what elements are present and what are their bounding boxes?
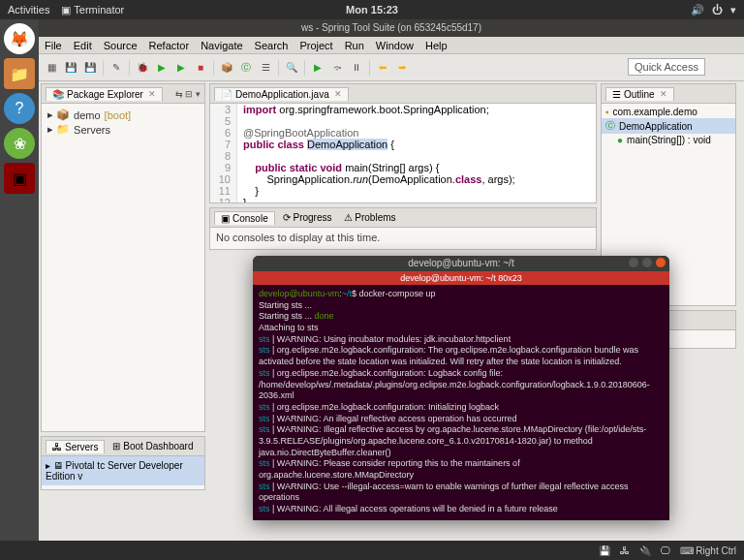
vm-net-icon: 🖧 (620, 545, 630, 556)
volume-icon[interactable]: 🔊 (691, 4, 704, 16)
servers-tab[interactable]: 🖧 Servers (46, 440, 105, 453)
save-icon[interactable]: 💾 (62, 59, 79, 77)
vm-usb-icon: 🔌 (639, 545, 651, 556)
outline-item[interactable]: ●main(String[]) : void (602, 134, 735, 146)
outline-item[interactable]: ⒸDemoApplication (602, 118, 735, 134)
menu-window[interactable]: Window (376, 40, 414, 51)
new-icon[interactable]: ▦ (43, 59, 60, 77)
menu-source[interactable]: Source (104, 40, 138, 51)
dock: 🦊 📁 ? ❀ ▣ (0, 19, 39, 541)
terminal-titlebar[interactable]: develop@ubuntu-vm: ~/t (253, 256, 669, 271)
nav-back-icon[interactable]: ⬅ (374, 59, 391, 77)
close-icon[interactable]: ✕ (148, 89, 156, 99)
clock[interactable]: Mon 15:23 (346, 4, 398, 16)
package-explorer-tab[interactable]: 📚 Package Explorer ✕ (46, 87, 163, 101)
relaunch-icon[interactable]: ▶ (309, 59, 326, 77)
problems-tab[interactable]: ⚠ Problems (340, 212, 400, 223)
saveall-icon[interactable]: 💾 (81, 59, 99, 77)
menu-search[interactable]: Search (255, 40, 289, 51)
app-indicator[interactable]: ▣ Terminator (61, 4, 124, 16)
server-item[interactable]: ▸ 🖥 Pivotal tc Server Developer Edition … (42, 456, 204, 485)
wand-icon[interactable]: ✎ (108, 59, 125, 77)
window-titlebar: ws - Spring Tool Suite (on 653245c55d17) (39, 19, 744, 37)
menu-project[interactable]: Project (299, 40, 332, 51)
pause-icon[interactable]: ⏸ (348, 59, 365, 77)
menu-file[interactable]: File (45, 40, 62, 51)
open-type-icon[interactable]: ☰ (257, 59, 274, 77)
stop-icon[interactable]: ■ (192, 59, 209, 77)
servers-view: 🖧 Servers ⊞ Boot Dashboard ▸ 🖥 Pivotal t… (41, 436, 205, 490)
maximize-icon[interactable] (642, 258, 652, 267)
files-icon[interactable]: 📁 (4, 58, 35, 89)
new-class-icon[interactable]: Ⓒ (237, 59, 255, 77)
tree-item-servers[interactable]: ▸ 📁 Servers (47, 122, 199, 137)
menu-help[interactable]: Help (425, 40, 448, 51)
close-icon[interactable] (656, 258, 666, 267)
outline-tab[interactable]: ☰ Outline ✕ (605, 87, 674, 101)
terminal-window: develop@ubuntu-vm: ~/t develop@ubuntu-vm… (253, 256, 669, 520)
gnome-topbar: Activities ▣ Terminator Mon 15:23 🔊 ⏻ ▾ (0, 0, 744, 19)
spring-icon[interactable]: ❀ (4, 128, 35, 159)
activities-button[interactable]: Activities (8, 4, 49, 16)
new-pkg-icon[interactable]: 📦 (218, 59, 235, 77)
menubar: FileEditSourceRefactorNavigateSearchProj… (39, 37, 744, 54)
tree-item-demo[interactable]: ▸ 📦 demo [boot] (47, 108, 199, 122)
terminal-tab[interactable]: develop@ubuntu-vm: ~/t 80x23 (253, 271, 669, 285)
close-icon[interactable]: ✕ (660, 89, 667, 99)
menu-navigate[interactable]: Navigate (201, 40, 242, 51)
terminator-icon[interactable]: ▣ (4, 163, 35, 194)
menu-edit[interactable]: Edit (74, 40, 92, 51)
terminal-body[interactable]: develop@ubuntu-vm:~/t$ docker-compose up… (253, 285, 669, 520)
vm-display-icon: 🖵 (661, 545, 670, 556)
run-last-icon[interactable]: ▶ (172, 59, 190, 77)
power-icon[interactable]: ⏻ (712, 4, 723, 16)
menu-run[interactable]: Run (345, 40, 364, 51)
search-icon[interactable]: 🔍 (283, 59, 300, 77)
boot-dashboard-tab[interactable]: ⊞ Boot Dashboard (108, 441, 197, 451)
progress-tab[interactable]: ⟳ Progress (279, 212, 336, 223)
quick-access-input[interactable]: Quick Access (628, 58, 705, 76)
help-icon[interactable]: ? (4, 93, 35, 124)
menu-refactor[interactable]: Refactor (149, 40, 190, 51)
package-explorer-view: 📚 Package Explorer ✕ ⇆ ⊟ ▾ ▸ 📦 demo [boo… (41, 83, 205, 432)
close-icon[interactable]: ✕ (334, 89, 342, 99)
skip-icon[interactable]: ⤼ (328, 59, 346, 77)
minimize-icon[interactable] (629, 258, 638, 267)
console-view: ▣ Console ⟳ Progress ⚠ Problems No conso… (209, 207, 597, 250)
vm-disk-icon: 💾 (599, 545, 610, 556)
firefox-icon[interactable]: 🦊 (4, 23, 35, 54)
editor-content[interactable]: 3import org.springframework.boot.SpringA… (210, 104, 596, 202)
console-message: No consoles to display at this time. (210, 228, 596, 247)
vm-statusbar: 💾 🖧 🔌 🖵 ⌨ Right Ctrl (0, 541, 744, 560)
console-tab[interactable]: ▣ Console (214, 211, 275, 225)
editor-tab[interactable]: 📄 DemoApplication.java ✕ (214, 87, 349, 101)
outline-item[interactable]: ▪com.example.demo (602, 106, 735, 118)
vm-hostkey: ⌨ Right Ctrl (680, 545, 736, 556)
debug-icon[interactable]: 🐞 (134, 59, 151, 77)
run-icon[interactable]: ▶ (153, 59, 170, 77)
menu-caret-icon[interactable]: ▾ (730, 4, 736, 16)
editor-view: 📄 DemoApplication.java ✕ 3import org.spr… (209, 83, 597, 203)
nav-fwd-icon[interactable]: ➡ (393, 59, 411, 77)
